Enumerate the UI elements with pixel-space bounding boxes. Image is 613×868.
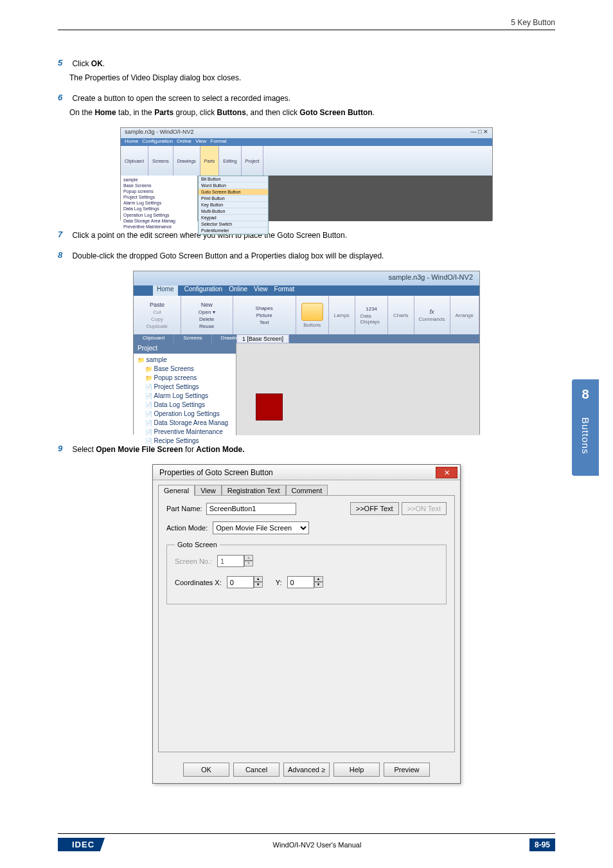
chevron-up-icon[interactable]: ▲ [254, 576, 263, 582]
part-name-label: Part Name: [166, 505, 202, 512]
action-mode-select[interactable]: Open Movie File Screen [213, 521, 309, 534]
step-5-text: Click OK. [72, 58, 541, 69]
coord-x-input[interactable] [227, 576, 254, 588]
chevron-up-icon[interactable]: ▲ [314, 576, 323, 582]
step-number-7: 7 [58, 230, 69, 239]
tab-view[interactable]: View [195, 485, 222, 496]
preview-button[interactable]: Preview [384, 763, 430, 777]
tab-comment[interactable]: Comment [286, 485, 328, 496]
advanced-button[interactable]: Advanced ≥ [283, 763, 330, 777]
buttons-ribbon-button [301, 303, 323, 321]
on-text-button: >>ON Text [402, 502, 447, 515]
screen-no-label: Screen No.: [175, 557, 212, 565]
goto-screen-legend: Goto Screen [175, 541, 220, 548]
close-icon[interactable]: ✕ [436, 467, 458, 478]
help-button[interactable]: Help [333, 763, 380, 777]
step-8-text: Double-click the dropped Goto Screen But… [72, 250, 541, 262]
step-number-9: 9 [58, 444, 69, 453]
chapter-side-tab: 8 Buttons [572, 379, 599, 476]
properties-dialog: Properties of Goto Screen Button ✕ Gener… [152, 464, 461, 784]
page-number: 8-95 [529, 838, 555, 851]
ok-button[interactable]: OK [183, 763, 229, 777]
chapter-label: Buttons [580, 417, 591, 455]
coord-y-input[interactable] [287, 576, 314, 588]
coord-x-label: Coordinates X: [175, 579, 222, 586]
step-5-subtext: The Properties of Video Display dialog b… [69, 72, 555, 84]
header-divider [58, 30, 555, 30]
action-mode-label: Action Mode: [166, 524, 208, 532]
screen-no-input [217, 555, 244, 567]
step-number-6: 6 [58, 93, 69, 102]
page-header-section: 5 Key Button [511, 18, 555, 27]
step-number-8: 8 [58, 250, 69, 260]
chevron-up-icon: ▲ [244, 555, 253, 561]
step-number-5: 5 [58, 58, 69, 68]
part-name-input[interactable] [206, 503, 296, 515]
screenshot-editor-canvas: sample.n3g - WindO/I-NV2 Home Configurat… [133, 271, 480, 435]
dialog-title: Properties of Goto Screen Button [159, 468, 273, 477]
goto-screen-fieldset: Goto Screen Screen No.: ▲▼ Coordinates X… [166, 541, 447, 604]
chevron-down-icon[interactable]: ▼ [314, 582, 323, 588]
idec-logo: IDEC [58, 838, 105, 851]
placed-goto-button [256, 393, 283, 420]
footer-manual-title: WindO/I-NV2 User's Manual [273, 841, 362, 849]
step-7-text: Click a point on the edit screen where y… [72, 230, 541, 241]
step-6-subtext: On the Home tab, in the Parts group, cli… [69, 107, 555, 118]
tab-registration-text[interactable]: Registration Text [222, 485, 286, 496]
step-6-text: Create a button to open the screen to se… [72, 93, 541, 104]
coord-y-label: Y: [276, 579, 282, 586]
chevron-down-icon: ▼ [244, 561, 253, 566]
tab-general[interactable]: General [158, 485, 195, 496]
chapter-number: 8 [582, 387, 589, 402]
chevron-down-icon[interactable]: ▼ [254, 582, 263, 588]
cancel-button[interactable]: Cancel [233, 763, 280, 777]
screenshot-ribbon-dropdown: sample.n3g - WindO/I-NV2— □ ✕ HomeConfig… [120, 127, 493, 221]
off-text-button[interactable]: >>OFF Text [350, 502, 399, 515]
